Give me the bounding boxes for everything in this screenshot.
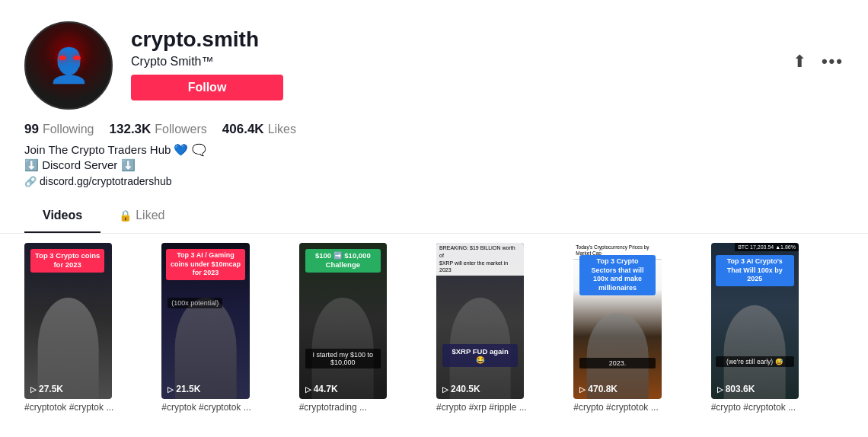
- followers-label: Followers: [155, 123, 206, 136]
- play-icon: ▷: [717, 385, 723, 394]
- video-card[interactable]: BREAKING: $19 BILLION worth of$XRP will …: [436, 243, 569, 413]
- videos-grid: Top 3 Crypto coinsfor 2023 ▷ 27.5K #cryp…: [0, 234, 868, 413]
- video-caption: #crypto #cryptotok ...: [711, 402, 844, 413]
- tabs-section: Videos 🔒 Liked: [0, 199, 868, 234]
- video-card[interactable]: Top 3 Crypto coinsfor 2023 ▷ 27.5K #cryp…: [24, 243, 157, 413]
- video-card[interactable]: BTC 17,203.54 ▲1.86% Top 3 AI Crypto's T…: [711, 243, 844, 413]
- video-card[interactable]: Top 3 AI / Gamingcoins under $10mcapfor …: [161, 243, 294, 413]
- profile-actions: ⬆ •••: [793, 21, 844, 72]
- avatar: 👤: [24, 21, 113, 110]
- play-icon: ▷: [442, 385, 448, 394]
- followers-count: 132.3K: [110, 122, 152, 137]
- following-count: 99: [24, 122, 39, 137]
- video-card[interactable]: $100 ➡️ $10,000 Challenge I started my $…: [299, 243, 432, 413]
- video-caption: #crypto #xrp #ripple ...: [436, 402, 569, 413]
- likes-count: 406.4K: [222, 122, 264, 137]
- tab-videos[interactable]: Videos: [24, 199, 101, 233]
- play-icon: ▷: [579, 385, 586, 394]
- bio-line-1: Join The Crypto Traders Hub 💙 🗨️: [24, 143, 844, 157]
- follow-button[interactable]: Follow: [131, 75, 283, 100]
- display-name: Crypto Smith™: [131, 55, 283, 69]
- likes-label: Likes: [268, 123, 296, 136]
- stats-row: 99 Following 132.3K Followers 406.4K Lik…: [0, 110, 868, 140]
- followers-stat: 132.3K Followers: [110, 122, 207, 137]
- bio-section: Join The Crypto Traders Hub 💙 🗨️ ⬇️ Disc…: [0, 140, 868, 189]
- video-caption: #cryptok #cryptotok ...: [161, 402, 294, 413]
- play-icon: ▷: [305, 385, 311, 394]
- video-card[interactable]: Today's Cryptocurrency Prices by Market …: [573, 243, 706, 413]
- more-icon[interactable]: •••: [822, 52, 844, 72]
- bio-line-2: ⬇️ Discord Server ⬇️: [24, 158, 844, 172]
- video-caption: #crypto #cryptotok ...: [573, 402, 706, 413]
- link-icon: 🔗: [24, 176, 37, 187]
- video-caption: #cryptotrading ...: [299, 402, 432, 413]
- play-icon: ▷: [168, 385, 174, 394]
- bio-link[interactable]: 🔗 discord.gg/cryptotradershub: [24, 175, 844, 187]
- username: crypto.smith: [131, 27, 283, 52]
- video-caption: #cryptotok #cryptok ...: [24, 402, 157, 413]
- tab-liked[interactable]: 🔒 Liked: [101, 199, 183, 233]
- following-stat: 99 Following: [24, 122, 94, 137]
- lock-icon: 🔒: [119, 209, 132, 222]
- share-icon[interactable]: ⬆: [793, 52, 806, 72]
- following-label: Following: [43, 123, 94, 136]
- play-icon: ▷: [30, 385, 37, 394]
- likes-stat: 406.4K Likes: [222, 122, 296, 137]
